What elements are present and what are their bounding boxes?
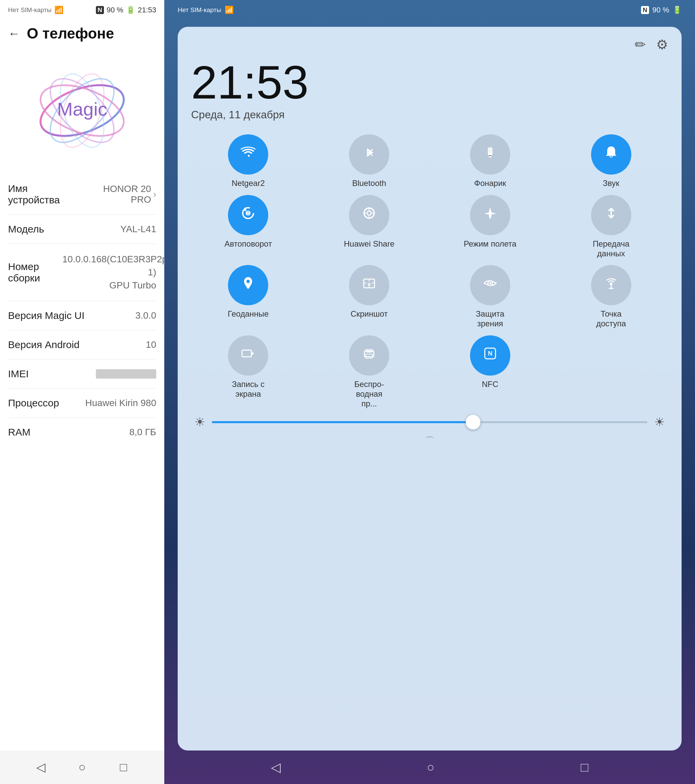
brightness-low-icon: ☀ (195, 415, 205, 429)
tile-circle-geo[interactable] (228, 265, 268, 305)
imei-row: IMEI (8, 359, 156, 389)
nfc-icon-left: N (96, 6, 104, 14)
tile-hotspot[interactable]: Точка доступа (554, 265, 668, 329)
tile-circle-hotspot[interactable] (591, 265, 631, 305)
tile-circle-flashlight[interactable] (470, 134, 510, 175)
svg-rect-35 (242, 350, 251, 357)
bluetooth-tile-icon (361, 144, 378, 165)
screenshot-tile-icon (360, 274, 378, 296)
tile-circle-screen-record[interactable] (228, 335, 268, 376)
brightness-slider-fill (212, 421, 473, 423)
top-bar-left: ← О телефоне (0, 20, 164, 47)
tile-wifi[interactable]: Netgear2 (191, 134, 305, 188)
battery-text-right: 90 % (652, 6, 669, 15)
wifi-icon-left: 📶 (54, 6, 63, 15)
quick-panel: ✏ ⚙ 21:53 Среда, 11 декабря (178, 27, 682, 751)
swipe-handle: ⌒ (191, 429, 668, 454)
status-bar-left: Нет SIM-карты 📶 N 90 % 🔋 21:53 (0, 0, 164, 20)
device-name-value: HONOR 20 PRO › (81, 184, 156, 205)
page-title: О телефоне (27, 25, 114, 42)
svg-rect-9 (489, 155, 492, 156)
airplane-tile-icon (482, 204, 499, 226)
tile-eye-protect[interactable]: Защита зрения (433, 265, 548, 329)
sound-tile-icon (603, 144, 620, 165)
tile-wireless-print[interactable]: Беспро-водная пр... (312, 335, 426, 408)
tile-nfc[interactable]: N NFC (433, 335, 548, 408)
nav-recent-left[interactable]: □ (113, 757, 134, 777)
ram-label: RAM (8, 427, 30, 438)
tile-circle-data-transfer[interactable] (591, 195, 631, 235)
nfc-icon-right: N (641, 6, 649, 14)
brightness-thumb[interactable] (466, 415, 480, 430)
sim-text-right: Нет SIM-карты (178, 7, 221, 14)
tile-data-transfer[interactable]: Передача данных (554, 195, 668, 259)
imei-value (96, 369, 156, 379)
tile-circle-huawei-share[interactable] (349, 195, 389, 235)
android-label: Версия Android (8, 339, 79, 351)
tile-huawei-share[interactable]: Huawei Share (312, 195, 426, 259)
svg-point-17 (367, 211, 371, 215)
tile-airplane[interactable]: Режим полета (433, 195, 548, 259)
tile-circle-screenshot[interactable] (349, 265, 389, 305)
magic-ui-row: Версия Magic UI 3.0.0 (8, 301, 156, 330)
nav-home-right[interactable]: ○ (427, 760, 434, 775)
svg-text:N: N (488, 350, 492, 357)
magic-ui-label: Версия Magic UI (8, 310, 84, 321)
tile-screen-record[interactable]: Запись с экрана (191, 335, 305, 408)
tile-bluetooth[interactable]: Bluetooth (312, 134, 426, 188)
nav-recent-right[interactable]: □ (581, 760, 588, 775)
tile-label-geo: Геоданные (228, 309, 269, 319)
tile-circle-nfc[interactable]: N (470, 335, 510, 376)
chevron-right-icon: › (153, 189, 156, 200)
imei-label: IMEI (8, 368, 29, 380)
tile-label-wireless-print: Беспро-водная пр... (351, 380, 388, 408)
wifi-tile-icon (239, 143, 258, 166)
tile-circle-bluetooth[interactable] (349, 134, 389, 175)
cpu-label: Процессор (8, 397, 59, 409)
tile-circle-wifi[interactable] (228, 134, 268, 175)
tile-flashlight[interactable]: Фонарик (433, 134, 548, 188)
brightness-row: ☀ ☀ (191, 415, 668, 429)
wireless-print-tile-icon (360, 345, 378, 366)
eye-tile-icon (482, 274, 499, 296)
hotspot-tile-icon (603, 274, 620, 296)
build-label: Номер сборки (8, 261, 62, 284)
edit-icon[interactable]: ✏ (635, 37, 646, 52)
build-value: 10.0.0.168(C10E3R3P2patch01)GPU Turbo (62, 253, 156, 292)
settings-icon[interactable]: ⚙ (656, 37, 668, 52)
tile-autorotate[interactable]: Автоповорот (191, 195, 305, 259)
huawei-share-tile-icon (360, 204, 378, 226)
data-transfer-tile-icon (603, 204, 620, 226)
nav-home-left[interactable]: ○ (72, 757, 92, 777)
svg-point-32 (610, 282, 612, 285)
tile-label-data-transfer: Передача данных (593, 239, 630, 259)
tile-geo[interactable]: Геоданные (191, 265, 305, 329)
back-button[interactable]: ← (8, 26, 20, 41)
nav-back-right[interactable]: ◁ (271, 760, 281, 775)
tile-circle-autorotate[interactable] (228, 195, 268, 235)
magic-ring: Magic (32, 60, 132, 161)
wifi-icon-right: 📶 (225, 6, 234, 15)
panel-top-icons: ✏ ⚙ (191, 37, 668, 52)
tile-sound[interactable]: Звук (554, 134, 668, 188)
bottom-nav-left: ◁ ○ □ (0, 751, 164, 784)
tile-screenshot[interactable]: Скриншот (312, 265, 426, 329)
brightness-slider-track[interactable] (212, 421, 647, 423)
ram-value: 8,0 ГБ (129, 427, 156, 438)
svg-point-23 (246, 280, 250, 283)
tile-label-eye-protect: Защита зрения (472, 309, 508, 329)
tile-circle-wireless-print[interactable] (349, 335, 389, 376)
tile-label-nfc: NFC (482, 380, 498, 389)
tile-circle-airplane[interactable] (470, 195, 510, 235)
tile-label-bluetooth: Bluetooth (352, 179, 386, 188)
tile-label-screenshot: Скриншот (351, 309, 388, 319)
brightness-high-icon: ☀ (654, 415, 665, 429)
nav-back-left[interactable]: ◁ (31, 757, 51, 777)
device-name-row[interactable]: Имя устройства HONOR 20 PRO › (8, 174, 156, 215)
info-list: Имя устройства HONOR 20 PRO › Модель YAL… (0, 174, 164, 751)
left-panel: Нет SIM-карты 📶 N 90 % 🔋 21:53 ← О телеф… (0, 0, 164, 784)
tile-circle-eye-protect[interactable] (470, 265, 510, 305)
battery-icon-right: 🔋 (672, 6, 682, 15)
svg-point-31 (489, 282, 491, 284)
tile-circle-sound[interactable] (591, 134, 631, 175)
